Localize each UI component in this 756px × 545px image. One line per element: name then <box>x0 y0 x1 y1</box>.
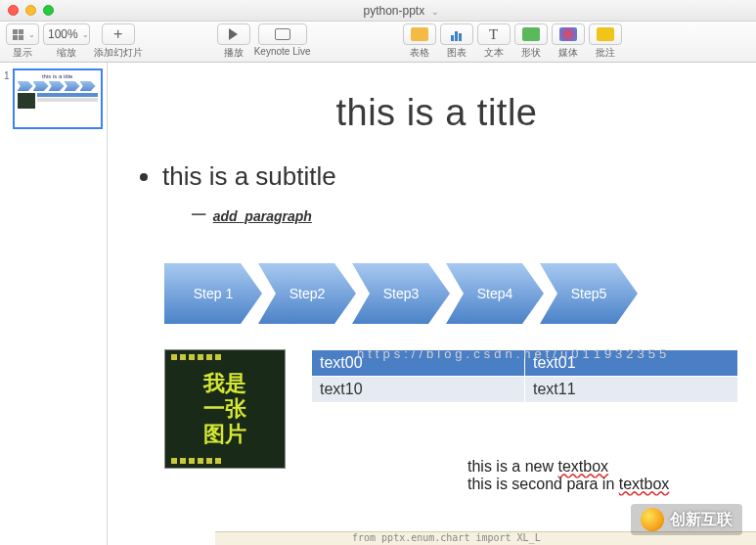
slide-index: 1 <box>4 70 10 129</box>
subtitle-list[interactable]: this is a subtitle add_paragraph <box>135 161 738 228</box>
media-group: 媒体 <box>552 23 585 60</box>
chart-button[interactable] <box>440 23 473 45</box>
broadcast-icon <box>275 28 290 40</box>
shape-icon <box>522 27 540 41</box>
comment-icon <box>597 27 614 41</box>
media-icon <box>559 27 577 41</box>
play-button[interactable] <box>217 23 250 45</box>
zoom-button[interactable]: 100% ⌄ <box>43 23 90 45</box>
sub-paragraph-text: add_paragraph <box>213 208 312 224</box>
add-slide-group: + 添加幻灯片 <box>94 23 143 60</box>
toolbar: ⌄ 显示 100% ⌄ 缩放 + 添加幻灯片 播放 <box>0 22 756 63</box>
play-label: 播放 <box>224 46 244 60</box>
slide-thumbnail[interactable]: this is a title <box>13 68 103 129</box>
minimize-icon[interactable] <box>25 5 36 16</box>
media-label: 媒体 <box>558 46 578 60</box>
subtitle-text: this is a subtitle <box>162 161 336 191</box>
image-text-line: 我是 <box>203 371 246 396</box>
zoom-label: 缩放 <box>57 46 76 60</box>
keynote-live-group: Keynote Live <box>254 23 311 57</box>
textbox-text-underlined: textbox <box>557 458 608 475</box>
main-area: 1 this is a title this is a title this i… <box>0 63 756 545</box>
chevron-step[interactable]: Step5 <box>540 263 638 324</box>
textbox-text: this is a new <box>467 458 557 475</box>
brand-icon <box>641 508 664 531</box>
table-icon <box>411 27 428 41</box>
shape-label: 形状 <box>521 46 541 60</box>
chevron-step[interactable]: Step3 <box>352 263 450 324</box>
lower-content: 我是 一张 图片 text00 text01 text10 text11 <box>164 349 738 493</box>
chart-icon <box>449 27 465 41</box>
slide-thumbnail-wrap[interactable]: 1 this is a title <box>4 68 103 129</box>
chevron-step[interactable]: Step 1 <box>164 263 262 324</box>
table-cell[interactable]: text10 <box>312 377 525 403</box>
textbox-text: this is second para in <box>467 476 619 492</box>
chevron-down-icon: ⌄ <box>82 30 89 39</box>
right-column: text00 text01 text10 text11 this is a ne… <box>311 349 738 493</box>
slide-title[interactable]: this is a title <box>135 92 738 134</box>
add-slide-button[interactable]: + <box>102 23 135 45</box>
window-titlebar: python-pptx ⌄ <box>0 0 756 22</box>
chart-label: 图表 <box>447 46 467 60</box>
chart-group: 图表 <box>440 23 473 60</box>
chevron-down-icon: ⌄ <box>28 30 35 39</box>
inserted-image[interactable]: 我是 一张 图片 <box>164 349 286 469</box>
play-icon <box>229 28 238 40</box>
comment-group: 批注 <box>589 23 622 60</box>
textbox-text-underlined: textbox <box>619 476 670 492</box>
textbox[interactable]: this is a new textbox this is second par… <box>467 458 738 493</box>
text-group: T 文本 <box>477 23 511 60</box>
data-table[interactable]: text00 text01 text10 text11 <box>311 349 738 403</box>
comment-button[interactable] <box>589 23 622 45</box>
image-text-line: 图片 <box>203 422 246 447</box>
table-label: 表格 <box>410 46 429 60</box>
shape-group: 形状 <box>514 23 548 60</box>
window-title: python-pptx ⌄ <box>54 4 748 18</box>
add-slide-label: 添加幻灯片 <box>94 46 143 60</box>
keynote-live-button[interactable] <box>258 23 307 45</box>
sub-paragraph-item[interactable]: add_paragraph <box>192 198 738 228</box>
table-row[interactable]: text00 text01 <box>312 350 738 377</box>
shape-button[interactable] <box>514 23 548 45</box>
table-cell[interactable]: text01 <box>525 350 738 377</box>
textbox-line: this is a new textbox <box>467 458 738 476</box>
plus-icon: + <box>113 25 122 43</box>
chevron-step[interactable]: Step2 <box>258 263 356 324</box>
view-button[interactable]: ⌄ <box>6 23 39 45</box>
text-label: 文本 <box>484 46 504 60</box>
textbox-line: this is second para in textbox <box>467 476 738 493</box>
keynote-live-label: Keynote Live <box>254 46 311 57</box>
table-cell[interactable]: text00 <box>312 350 525 377</box>
image-text-line: 一张 <box>203 396 246 422</box>
table-group: 表格 <box>403 23 436 60</box>
view-group: ⌄ 显示 <box>6 23 39 60</box>
table-cell[interactable]: text11 <box>525 377 738 403</box>
media-button[interactable] <box>552 23 585 45</box>
view-label: 显示 <box>13 46 32 60</box>
comment-label: 批注 <box>596 46 615 60</box>
zoom-group: 100% ⌄ 缩放 <box>43 23 90 60</box>
maximize-icon[interactable] <box>43 5 54 16</box>
play-group: 播放 <box>217 23 250 60</box>
table-button[interactable] <box>403 23 436 45</box>
brand-watermark: 创新互联 <box>631 504 742 535</box>
text-icon: T <box>489 26 498 43</box>
brand-text: 创新互联 <box>670 510 733 530</box>
table-row[interactable]: text10 text11 <box>312 377 738 403</box>
smartart-chevrons[interactable]: Step 1 Step2 Step3 Step4 Step5 <box>164 263 738 324</box>
slide-navigator: 1 this is a title <box>0 63 108 545</box>
traffic-lights <box>8 5 54 16</box>
zoom-value: 100% <box>44 27 82 41</box>
grid-icon <box>11 27 26 41</box>
chevron-step[interactable]: Step4 <box>446 263 544 324</box>
subtitle-item[interactable]: this is a subtitle add_paragraph <box>162 161 738 228</box>
text-button[interactable]: T <box>477 23 511 45</box>
slide-canvas[interactable]: this is a title this is a subtitle add_p… <box>108 63 756 545</box>
chevron-down-icon[interactable]: ⌄ <box>431 7 439 17</box>
window-title-text: python-pptx <box>363 4 424 18</box>
close-icon[interactable] <box>8 5 19 16</box>
